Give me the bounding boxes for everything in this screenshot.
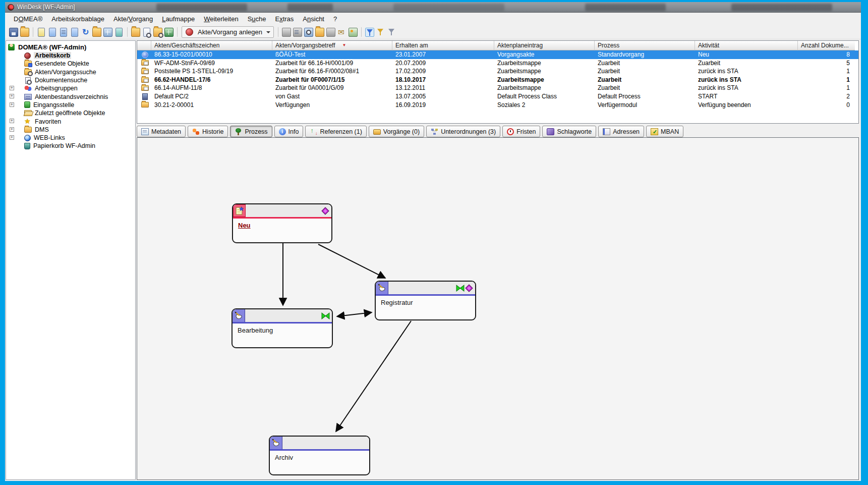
sidebar-item-aktenbestandsverzeichnis[interactable]: Aktenbestandsverzeichnis <box>6 92 135 100</box>
folder-search-icon[interactable] <box>153 28 162 37</box>
sidebar-item-dokumentensuche[interactable]: Dokumentensuche <box>6 76 135 84</box>
folder-new-icon[interactable] <box>92 28 101 37</box>
table-row[interactable]: 86.33-15-0201/00010 ßÖÄÜ-Test 23.01.2007… <box>137 50 858 59</box>
filter-add-icon[interactable] <box>376 28 385 37</box>
menu-extras[interactable]: Extras <box>271 13 299 25</box>
table-row[interactable]: Poststelle PS 1-STELL-09/19 Zuarbeit für… <box>137 67 858 76</box>
table-row[interactable]: 66.62-HANDEL-17/6 Zuarbeit für 0F0007/1/… <box>137 76 858 84</box>
filter-clear-icon[interactable] <box>387 28 396 37</box>
tab-referenzen[interactable]: Referenzen (1) <box>305 126 366 137</box>
folder-edit-icon[interactable] <box>131 28 140 37</box>
tree-root-domea[interactable]: DOMEA® (WF-Admin) <box>6 43 135 51</box>
workflow-diagram-canvas[interactable]: Neu Registratur <box>137 137 859 480</box>
expand-icon[interactable] <box>10 86 14 90</box>
file-blue-icon[interactable] <box>49 28 56 37</box>
column-header-prozess[interactable]: Prozess <box>595 41 695 50</box>
references-icon <box>310 128 317 135</box>
keywords-icon <box>547 128 554 135</box>
menu-weiterleiten[interactable]: Weiterleiten <box>199 13 243 25</box>
hand-select-icon[interactable] <box>282 28 291 37</box>
envelope-icon[interactable] <box>337 28 346 37</box>
refresh-icon[interactable] <box>81 28 90 37</box>
edit-check-icon[interactable] <box>304 28 313 37</box>
expand-icon[interactable] <box>10 94 14 98</box>
tab-fristen[interactable]: Fristen <box>502 126 540 137</box>
tab-vorgaenge[interactable]: Vorgänge (0) <box>369 126 424 137</box>
workflow-node-archiv[interactable]: Archiv <box>269 436 370 475</box>
menu-suche[interactable]: Suche <box>243 13 271 25</box>
table-row[interactable]: 30.21-2-00001 Verfügungen 16.09.2019 Soz… <box>137 101 858 110</box>
column-header-geschaeftszeichen[interactable]: Akten/Geschäftszeichen <box>151 41 272 50</box>
folder-mail-icon[interactable] <box>315 28 324 37</box>
column-header-aktivitaet[interactable]: Aktivität <box>695 41 798 50</box>
document-search-icon[interactable] <box>143 28 150 37</box>
file-list-icon[interactable] <box>60 28 67 37</box>
sidebar-item-arbeitskorb[interactable]: Arbeitskorb <box>6 51 135 60</box>
create-akte-vorgang-dropdown[interactable]: Akte/Vorgang anlegen <box>182 26 274 38</box>
tab-unterordnungen[interactable]: Unterordnungen (3) <box>426 126 500 137</box>
column-header-anzahl[interactable]: Anzahl Dokume... <box>798 41 855 50</box>
workflow-node-neu[interactable]: Neu <box>232 203 332 243</box>
hand-write-icon <box>376 282 388 294</box>
sidebar-item-gesendete-objekte[interactable]: Gesendete Objekte <box>6 60 135 68</box>
tab-historie[interactable]: Historie <box>188 126 228 137</box>
sidebar-item-eingangsstelle[interactable]: Eingangsstelle <box>6 101 135 109</box>
expand-icon[interactable] <box>10 102 14 107</box>
tab-metadaten[interactable]: Metadaten <box>137 126 186 137</box>
sidebar-item-arbeitsgruppen[interactable]: Arbeitsgruppen <box>6 84 135 92</box>
table-row[interactable]: 66.14-AUFM-11/8 Zuarbeit für 0A0001/G/09… <box>137 84 858 92</box>
bowtie-icon <box>456 285 465 292</box>
save-icon[interactable] <box>9 28 18 37</box>
deadline-clock-icon <box>507 128 514 135</box>
expand-icon[interactable] <box>10 119 14 123</box>
sort-icon[interactable] <box>293 28 302 37</box>
sidebar-item-papierkorb[interactable]: Papierkorb WF-Admin <box>6 142 135 150</box>
worklist-table: Akten/Geschäftszeichen Akten/Vorgangsbet… <box>137 40 859 124</box>
file-properties-icon[interactable] <box>115 28 123 37</box>
workflow-node-bearbeitung[interactable]: Bearbeitung <box>232 308 333 348</box>
window-grid-icon[interactable] <box>103 28 112 37</box>
file-open-icon[interactable] <box>71 28 78 37</box>
sidebar-item-akten-vorgangssuche[interactable]: Akten/Vorgangssuche <box>6 68 135 76</box>
sidebar-item-zuletzt-geoeffnete[interactable]: Zuletzt geöffnete Objekte <box>6 109 135 117</box>
folder-import-icon[interactable] <box>20 28 29 37</box>
filter-on-icon[interactable] <box>365 28 374 37</box>
sidebar-item-web-links[interactable]: WEB-Links <box>6 134 135 142</box>
hand-write-icon <box>233 309 245 322</box>
edge-neu-registratur <box>318 244 385 278</box>
workbasket-icon <box>24 52 31 59</box>
navigation-tree: DOMEA® (WF-Admin) Arbeitskorb Gesendete … <box>6 40 136 480</box>
column-header-aktenplaneintrag[interactable]: Aktenplaneintrag <box>494 41 595 50</box>
table-row[interactable]: WF-ADM-StnFA-09/69 Zuarbeit für 66.16-H/… <box>137 59 858 68</box>
expand-icon[interactable] <box>10 135 14 140</box>
sidebar-item-dms[interactable]: DMS <box>6 126 135 134</box>
title-bar[interactable]: WinDesk [WF-Admin] <box>5 2 861 13</box>
menu-laufmappe[interactable]: Laufmappe <box>157 13 199 25</box>
menu-ansicht[interactable]: Ansicht <box>298 13 329 25</box>
tab-schlagworte[interactable]: Schlagworte <box>542 126 596 137</box>
menu-akte-vorgang[interactable]: Akte/Vorgang <box>109 13 157 25</box>
recycle-bin-icon <box>24 143 30 149</box>
column-header-erhalten-am[interactable]: Erhalten am <box>392 41 494 50</box>
sent-objects-icon <box>24 61 32 67</box>
create-akte-vorgang-label: Akte/Vorgang anlegen <box>198 28 262 36</box>
toolbar-separator <box>361 27 362 37</box>
tab-info[interactable]: Info <box>274 126 304 137</box>
spreadsheet-icon[interactable] <box>164 28 173 37</box>
workflow-node-registratur[interactable]: Registratur <box>375 281 476 320</box>
menu-help[interactable]: ? <box>329 13 341 25</box>
tab-mban[interactable]: MBAN <box>646 126 683 137</box>
print-icon[interactable] <box>326 28 335 37</box>
column-header-vorgangsbetreff[interactable]: Akten/Vorgangsbetreff▼ <box>272 41 392 50</box>
tab-adressen[interactable]: Adressen <box>598 126 644 137</box>
tab-prozess[interactable]: Prozess <box>230 126 272 137</box>
sidebar-item-favoriten[interactable]: Favoriten <box>6 117 135 125</box>
expand-icon[interactable] <box>10 127 14 132</box>
detail-tab-bar: Metadaten Historie Prozess Info Referenz… <box>137 125 859 138</box>
new-file-icon[interactable] <box>38 28 45 37</box>
menu-domea[interactable]: DOMEA® <box>9 13 47 25</box>
table-row[interactable]: Default PC/2 von Gast 13.07.2005 Default… <box>137 92 858 101</box>
menu-arbeitskorbablage[interactable]: Arbeitskorbablage <box>47 13 109 25</box>
image-icon[interactable] <box>349 28 358 37</box>
column-header-icon[interactable] <box>137 41 151 50</box>
